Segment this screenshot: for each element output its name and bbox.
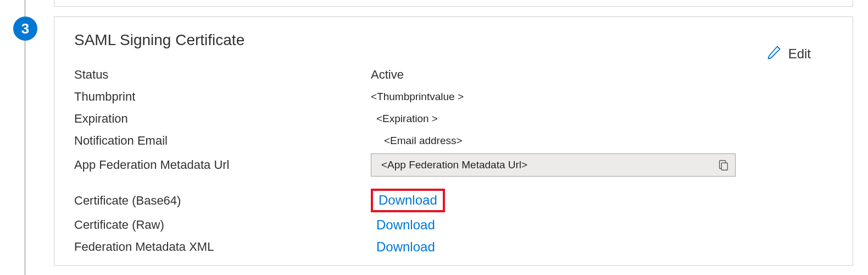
timeline-rail	[24, 0, 26, 275]
status-label: Status	[74, 68, 371, 82]
expiration-label: Expiration	[74, 112, 371, 126]
notification-email-label: Notification Email	[74, 134, 371, 148]
thumbprint-label: Thumbprint	[74, 90, 371, 104]
field-thumbprint: Thumbprint <Thumbprintvalue >	[74, 87, 833, 106]
field-certificate-base64: Certificate (Base64) Download	[74, 189, 833, 212]
field-federation-metadata-xml: Federation Metadata XML Download	[74, 238, 833, 256]
step-number: 3	[21, 20, 29, 37]
metadata-url-field[interactable]: <App Federation Metadata Url>	[371, 153, 736, 177]
card-title: SAML Signing Certificate	[74, 31, 244, 49]
status-value: Active	[371, 68, 404, 82]
metadata-url-value: <App Federation Metadata Url>	[381, 159, 717, 171]
edit-label: Edit	[788, 46, 811, 62]
certificate-base64-label: Certificate (Base64)	[74, 194, 371, 208]
metadata-url-label: App Federation Metadata Url	[74, 158, 371, 172]
notification-email-value: <Email address>	[371, 135, 463, 147]
svg-rect-0	[721, 163, 727, 170]
certificate-raw-label: Certificate (Raw)	[74, 218, 371, 232]
thumbprint-value: <Thumbprintvalue >	[371, 91, 464, 103]
expiration-value: <Expiration >	[371, 113, 438, 125]
field-metadata-url: App Federation Metadata Url <App Federat…	[74, 153, 833, 177]
edit-button[interactable]: Edit	[766, 45, 811, 63]
copy-icon[interactable]	[717, 159, 730, 171]
download-federation-metadata-xml-link[interactable]: Download	[376, 239, 435, 254]
previous-card-edge	[54, 0, 853, 7]
field-certificate-raw: Certificate (Raw) Download	[74, 216, 833, 234]
federation-metadata-xml-label: Federation Metadata XML	[74, 240, 371, 254]
field-status: Status Active	[74, 65, 833, 84]
step-badge: 3	[13, 16, 37, 41]
download-certificate-base64-link[interactable]: Download	[379, 193, 437, 207]
field-expiration: Expiration <Expiration >	[74, 109, 833, 128]
download-certificate-raw-link[interactable]: Download	[376, 217, 435, 232]
pencil-icon	[766, 45, 782, 63]
field-notification-email: Notification Email <Email address>	[74, 131, 833, 150]
saml-signing-certificate-card: SAML Signing Certificate Edit Status Act…	[54, 16, 853, 266]
